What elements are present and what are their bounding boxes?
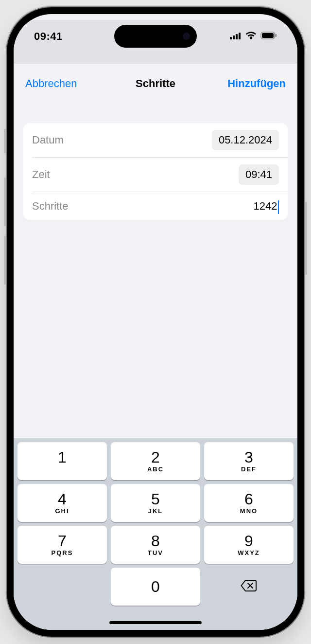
keypad-7[interactable]: 7PQRS <box>17 526 107 564</box>
svg-rect-5 <box>262 33 274 38</box>
dynamic-island <box>114 25 197 48</box>
text-caret <box>278 200 279 214</box>
date-label: Datum <box>32 134 64 146</box>
date-row[interactable]: Datum 05.12.2024 <box>23 123 288 157</box>
time-row[interactable]: Zeit 09:41 <box>32 157 288 192</box>
svg-rect-2 <box>236 34 238 39</box>
modal-sheet: Abbrechen Schritte Hinzufügen Datum 05.1… <box>14 68 297 630</box>
svg-rect-0 <box>230 37 232 39</box>
device-frame: 09:41 Abbrechen Schritte <box>7 7 304 637</box>
add-button[interactable]: Hinzufügen <box>213 77 286 90</box>
keypad-9[interactable]: 9WXYZ <box>204 526 294 564</box>
steps-input[interactable]: 1242 <box>254 199 279 213</box>
keypad-1[interactable]: 1 <box>17 442 107 480</box>
keypad-delete[interactable] <box>204 568 294 606</box>
status-time: 09:41 <box>34 30 63 43</box>
keypad-3[interactable]: 3DEF <box>204 442 294 480</box>
svg-rect-3 <box>239 33 241 39</box>
keypad-5[interactable]: 5JKL <box>111 484 200 522</box>
keypad-8[interactable]: 8TUV <box>111 526 200 564</box>
cancel-button[interactable]: Abbrechen <box>25 77 98 90</box>
keypad-2[interactable]: 2ABC <box>111 442 200 480</box>
cellular-icon <box>230 32 242 41</box>
keypad-blank <box>17 568 107 606</box>
page-title: Schritte <box>98 77 213 90</box>
keypad-0[interactable]: 0 <box>111 568 200 606</box>
keypad-4[interactable]: 4GHI <box>17 484 107 522</box>
date-value[interactable]: 05.12.2024 <box>212 130 279 150</box>
svg-rect-6 <box>276 34 277 37</box>
wifi-icon <box>245 32 257 41</box>
steps-label: Schritte <box>32 200 69 213</box>
backspace-icon <box>241 579 257 594</box>
keypad-6[interactable]: 6MNO <box>204 484 294 522</box>
svg-rect-1 <box>233 36 235 39</box>
time-value[interactable]: 09:41 <box>239 164 279 185</box>
numeric-keypad: 1 2ABC 3DEF 4GHI 5JKL 6MNO 7PQRS 8TUV 9W… <box>14 438 297 630</box>
steps-row[interactable]: Schritte 1242 <box>32 192 288 220</box>
battery-icon <box>260 32 277 41</box>
nav-bar: Abbrechen Schritte Hinzufügen <box>14 68 297 98</box>
home-indicator[interactable] <box>109 621 202 624</box>
time-label: Zeit <box>32 168 50 181</box>
form-group: Datum 05.12.2024 Zeit 09:41 Schritte 124… <box>23 123 288 220</box>
